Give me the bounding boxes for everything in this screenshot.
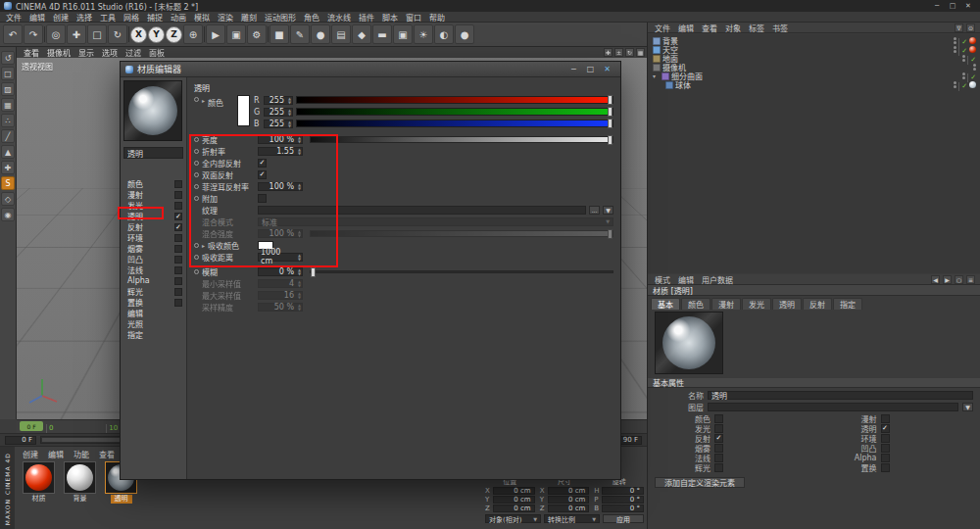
anim-dot-icon[interactable]	[194, 149, 199, 154]
anim-dot-icon[interactable]	[194, 196, 199, 201]
attribute-manager-menu-item[interactable]: 用户数据	[698, 274, 737, 285]
rgb-value-field[interactable]: 255	[264, 108, 293, 117]
x-axis-lock-icon[interactable]: X	[130, 26, 147, 43]
undo-icon[interactable]: ↶	[3, 24, 23, 44]
visibility-dots[interactable]	[954, 46, 956, 53]
texture-menu-button[interactable]: ▼	[603, 206, 613, 215]
channel-checkbox[interactable]	[881, 424, 890, 433]
material-item[interactable]: 材质	[21, 461, 57, 504]
material-tag-icon[interactable]	[969, 81, 976, 88]
channel-checkbox[interactable]	[714, 414, 723, 423]
rgb-gradient-slider[interactable]	[296, 120, 613, 127]
material-item[interactable]: 背景	[62, 461, 98, 504]
rgb-gradient-slider[interactable]	[296, 108, 613, 116]
scale-tool-icon[interactable]: □	[87, 24, 107, 44]
workplane-lock-icon[interactable]: ◇	[1, 192, 15, 206]
floor-icon[interactable]: ▬	[372, 24, 392, 44]
attribute-tab[interactable]: 漫射	[711, 298, 741, 310]
fresnel-field[interactable]: 100 %	[258, 182, 303, 191]
search-icon[interactable]: ⊙	[966, 24, 975, 32]
rotate-view-icon[interactable]: ↻	[625, 48, 634, 57]
back-icon[interactable]: ◀	[931, 275, 940, 284]
layer-field[interactable]	[708, 403, 958, 411]
channel-checkbox[interactable]	[714, 454, 723, 462]
anim-dot-icon[interactable]	[194, 137, 199, 142]
attribute-tab[interactable]: 发光	[742, 298, 771, 310]
channel-item[interactable]: 辉光	[121, 286, 186, 297]
channel-checkbox[interactable]	[714, 444, 723, 453]
channel-item[interactable]: 烟雾	[121, 243, 186, 254]
coordinate-scale-dropdown[interactable]: 转换比例▼	[544, 514, 600, 523]
menu-item[interactable]: 雕刻	[237, 12, 261, 23]
material-thumbnail[interactable]	[64, 461, 96, 494]
channel-checkbox[interactable]	[881, 434, 890, 443]
channel-checkbox[interactable]	[881, 414, 890, 423]
channel-item[interactable]: Alpha	[121, 275, 186, 286]
material-name-field[interactable]: 透明	[123, 147, 183, 159]
channel-item-checkbox[interactable]	[174, 256, 182, 264]
coordinate-field[interactable]: 0 °	[602, 496, 644, 504]
material-thumbnail[interactable]	[23, 461, 55, 494]
brightness-field[interactable]: 100 %	[258, 135, 303, 144]
slider-handle[interactable]	[608, 95, 612, 105]
material-editor-preview[interactable]	[123, 80, 182, 141]
attribute-manager-menu-item[interactable]: 模式	[651, 274, 674, 285]
object-manager-menu-item[interactable]: 查看	[698, 23, 721, 33]
texture-field[interactable]	[258, 206, 586, 215]
channel-item-checkbox[interactable]	[174, 223, 182, 231]
viewport-menu-item[interactable]: 摄像机	[43, 47, 74, 58]
object-row[interactable]: 背景 ✓	[648, 36, 980, 45]
material-menu-item[interactable]: 创建	[18, 449, 43, 459]
maximize-button[interactable]: □	[945, 1, 960, 12]
slider-handle[interactable]	[608, 135, 612, 145]
brightness-slider[interactable]	[310, 136, 613, 143]
edges-mode-icon[interactable]: ╱	[1, 129, 15, 143]
dialog-maximize-button[interactable]: □	[582, 64, 599, 75]
model-mode-icon[interactable]: □	[1, 67, 15, 80]
attribute-manager-menu-item[interactable]: 编辑	[674, 274, 698, 285]
channel-checkbox[interactable]	[881, 463, 890, 472]
object-row[interactable]: 球体 ✓	[648, 80, 980, 89]
channel-item-checkbox[interactable]	[174, 191, 182, 199]
menu-item[interactable]: 选择	[73, 12, 96, 23]
apply-button[interactable]: 应用	[603, 514, 644, 523]
render-settings-icon[interactable]: ⚙	[247, 24, 267, 44]
channel-checkbox[interactable]	[881, 444, 890, 453]
channel-item[interactable]: 指定	[121, 329, 186, 340]
subdivision-surface-icon[interactable]: ●	[311, 24, 330, 44]
snap-icon[interactable]: S	[1, 176, 15, 190]
menu-item[interactable]: 工具	[96, 12, 120, 23]
menu-item[interactable]: 创建	[49, 12, 73, 23]
attribute-tab[interactable]: 透明	[772, 298, 802, 310]
anim-dot-icon[interactable]	[194, 184, 199, 189]
pan-view-icon[interactable]: ✚	[604, 48, 612, 57]
anim-dot-icon[interactable]	[194, 172, 199, 177]
channel-item[interactable]: 置换	[121, 297, 186, 308]
material-preview[interactable]	[655, 312, 723, 374]
render-picture-viewer-icon[interactable]: ▣	[226, 24, 246, 44]
menu-item[interactable]: 角色	[300, 12, 323, 23]
workplane-mode-icon[interactable]: ▦	[1, 98, 15, 112]
object-row[interactable]: ▾ 细分曲面 ✓	[648, 72, 980, 80]
move-tool-icon[interactable]: ✚	[67, 24, 86, 44]
object-label[interactable]: 球体	[675, 79, 691, 90]
viewport-menu-item[interactable]: 过滤	[122, 47, 145, 58]
object-row[interactable]: 地面 ✓	[648, 54, 980, 63]
channel-item-checkbox[interactable]	[174, 234, 182, 242]
menu-item[interactable]: 窗口	[402, 12, 425, 23]
coordinate-field[interactable]: 0 cm	[493, 487, 535, 495]
menu-item[interactable]: 模拟	[190, 12, 214, 23]
solo-mode-icon[interactable]: ◉	[1, 208, 15, 221]
material-menu-item[interactable]: 编辑	[43, 449, 69, 459]
channel-item[interactable]: 光照	[121, 318, 186, 329]
channel-item[interactable]: 漫射	[121, 189, 186, 200]
attribute-tab[interactable]: 颜色	[681, 298, 710, 310]
close-button[interactable]: ✕	[960, 1, 976, 12]
extrude-icon[interactable]: ▤	[331, 24, 351, 44]
dialog-close-button[interactable]: ✕	[599, 64, 615, 75]
channel-checkbox[interactable]	[714, 424, 723, 433]
coordinate-system-icon[interactable]: ⊕	[183, 24, 203, 44]
coordinate-field[interactable]: 0 cm	[493, 496, 535, 504]
toolbar-separator[interactable]	[204, 26, 205, 42]
rgb-gradient-slider[interactable]	[296, 96, 613, 104]
